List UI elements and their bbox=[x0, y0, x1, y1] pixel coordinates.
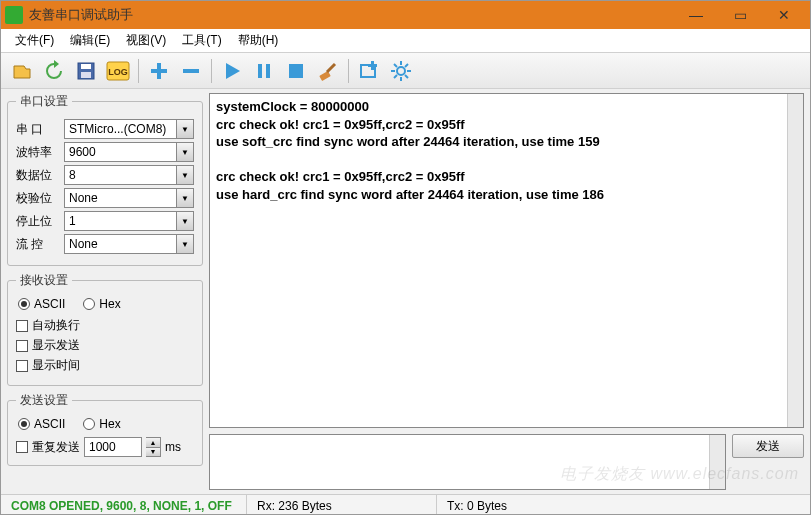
log-icon[interactable]: LOG bbox=[103, 56, 133, 86]
flow-label: 流 控 bbox=[16, 236, 60, 253]
menu-view[interactable]: 视图(V) bbox=[118, 30, 174, 51]
svg-rect-2 bbox=[81, 72, 91, 78]
title-bar: 友善串口调试助手 — ▭ ✕ bbox=[1, 1, 810, 29]
svg-rect-6 bbox=[151, 69, 167, 73]
open-icon[interactable] bbox=[7, 56, 37, 86]
svg-rect-1 bbox=[81, 64, 91, 69]
save-icon[interactable] bbox=[71, 56, 101, 86]
app-icon bbox=[5, 6, 23, 24]
svg-rect-10 bbox=[289, 64, 303, 78]
auto-wrap-check[interactable]: 自动换行 bbox=[16, 317, 194, 334]
stop-icon[interactable] bbox=[281, 56, 311, 86]
status-tx: Tx: 0 Bytes bbox=[437, 495, 810, 515]
svg-line-12 bbox=[327, 64, 335, 72]
recv-settings-legend: 接收设置 bbox=[16, 272, 72, 289]
baud-combo[interactable]: 9600 ▼ bbox=[64, 142, 194, 162]
workspace: 串口设置 串 口 STMicro...(COM8) ▼ 波特率 9600 ▼ 数… bbox=[1, 89, 810, 494]
port-combo[interactable]: STMicro...(COM8) ▼ bbox=[64, 119, 194, 139]
send-scrollbar[interactable] bbox=[709, 435, 725, 489]
svg-rect-15 bbox=[368, 64, 377, 67]
send-settings-group: 发送设置 ASCII Hex 重复发送 1000 ▲▼ ms bbox=[7, 392, 203, 466]
recv-settings-group: 接收设置 ASCII Hex 自动换行 显示发送 显示时间 bbox=[7, 272, 203, 386]
parity-combo[interactable]: None ▼ bbox=[64, 188, 194, 208]
svg-line-23 bbox=[394, 75, 397, 78]
menu-bar: 文件(F) 编辑(E) 视图(V) 工具(T) 帮助(H) bbox=[1, 29, 810, 53]
flow-combo[interactable]: None ▼ bbox=[64, 234, 194, 254]
window-title: 友善串口调试助手 bbox=[29, 6, 674, 24]
play-icon[interactable] bbox=[217, 56, 247, 86]
show-send-check[interactable]: 显示发送 bbox=[16, 337, 194, 354]
stopbits-combo[interactable]: 1 ▼ bbox=[64, 211, 194, 231]
status-bar: COM8 OPENED, 9600, 8, NONE, 1, OFF Rx: 2… bbox=[1, 494, 810, 515]
send-hex-radio[interactable]: Hex bbox=[83, 417, 120, 431]
toolbar: LOG bbox=[1, 53, 810, 89]
toolbar-separator bbox=[211, 59, 212, 83]
spin-up-icon[interactable]: ▲ bbox=[146, 438, 160, 448]
chevron-down-icon: ▼ bbox=[176, 120, 193, 138]
new-window-icon[interactable] bbox=[354, 56, 384, 86]
sidebar: 串口设置 串 口 STMicro...(COM8) ▼ 波特率 9600 ▼ 数… bbox=[1, 89, 209, 494]
send-button[interactable]: 发送 bbox=[732, 434, 804, 458]
output-scrollbar[interactable] bbox=[787, 94, 803, 427]
svg-rect-9 bbox=[266, 64, 270, 78]
svg-rect-11 bbox=[319, 70, 331, 80]
serial-settings-group: 串口设置 串 口 STMicro...(COM8) ▼ 波特率 9600 ▼ 数… bbox=[7, 93, 203, 266]
main-panel: systemClock = 80000000 crc check ok! crc… bbox=[209, 89, 810, 494]
interval-spinner[interactable]: ▲▼ bbox=[146, 437, 161, 457]
databits-combo[interactable]: 8 ▼ bbox=[64, 165, 194, 185]
toolbar-separator bbox=[138, 59, 139, 83]
show-time-check[interactable]: 显示时间 bbox=[16, 357, 194, 374]
send-ascii-radio[interactable]: ASCII bbox=[18, 417, 65, 431]
send-textarea[interactable] bbox=[209, 434, 726, 490]
svg-point-16 bbox=[397, 67, 405, 75]
output-textarea[interactable]: systemClock = 80000000 crc check ok! crc… bbox=[209, 93, 804, 428]
status-rx: Rx: 236 Bytes bbox=[247, 495, 437, 515]
databits-label: 数据位 bbox=[16, 167, 60, 184]
recv-hex-radio[interactable]: Hex bbox=[83, 297, 120, 311]
status-connection: COM8 OPENED, 9600, 8, NONE, 1, OFF bbox=[1, 495, 247, 515]
stopbits-label: 停止位 bbox=[16, 213, 60, 230]
chevron-down-icon: ▼ bbox=[176, 235, 193, 253]
maximize-button[interactable]: ▭ bbox=[718, 1, 762, 29]
chevron-down-icon: ▼ bbox=[176, 166, 193, 184]
baud-label: 波特率 bbox=[16, 144, 60, 161]
add-icon[interactable] bbox=[144, 56, 174, 86]
spin-down-icon[interactable]: ▼ bbox=[146, 448, 160, 457]
svg-rect-8 bbox=[258, 64, 262, 78]
svg-line-24 bbox=[405, 64, 408, 67]
recv-ascii-radio[interactable]: ASCII bbox=[18, 297, 65, 311]
send-settings-legend: 发送设置 bbox=[16, 392, 72, 409]
svg-text:LOG: LOG bbox=[108, 67, 128, 77]
chevron-down-icon: ▼ bbox=[176, 189, 193, 207]
refresh-icon[interactable] bbox=[39, 56, 69, 86]
serial-settings-legend: 串口设置 bbox=[16, 93, 72, 110]
clear-icon[interactable] bbox=[313, 56, 343, 86]
pause-icon[interactable] bbox=[249, 56, 279, 86]
settings-icon[interactable] bbox=[386, 56, 416, 86]
port-label: 串 口 bbox=[16, 121, 60, 138]
chevron-down-icon: ▼ bbox=[176, 143, 193, 161]
repeat-send-check[interactable]: 重复发送 bbox=[16, 439, 80, 456]
remove-icon[interactable] bbox=[176, 56, 206, 86]
svg-rect-7 bbox=[183, 69, 199, 73]
minimize-button[interactable]: — bbox=[674, 1, 718, 29]
svg-line-22 bbox=[405, 75, 408, 78]
interval-unit: ms bbox=[165, 440, 181, 454]
interval-input[interactable]: 1000 bbox=[84, 437, 142, 457]
svg-line-21 bbox=[394, 64, 397, 67]
menu-tools[interactable]: 工具(T) bbox=[174, 30, 229, 51]
menu-edit[interactable]: 编辑(E) bbox=[62, 30, 118, 51]
menu-help[interactable]: 帮助(H) bbox=[230, 30, 287, 51]
toolbar-separator bbox=[348, 59, 349, 83]
menu-file[interactable]: 文件(F) bbox=[7, 30, 62, 51]
parity-label: 校验位 bbox=[16, 190, 60, 207]
chevron-down-icon: ▼ bbox=[176, 212, 193, 230]
close-button[interactable]: ✕ bbox=[762, 1, 806, 29]
